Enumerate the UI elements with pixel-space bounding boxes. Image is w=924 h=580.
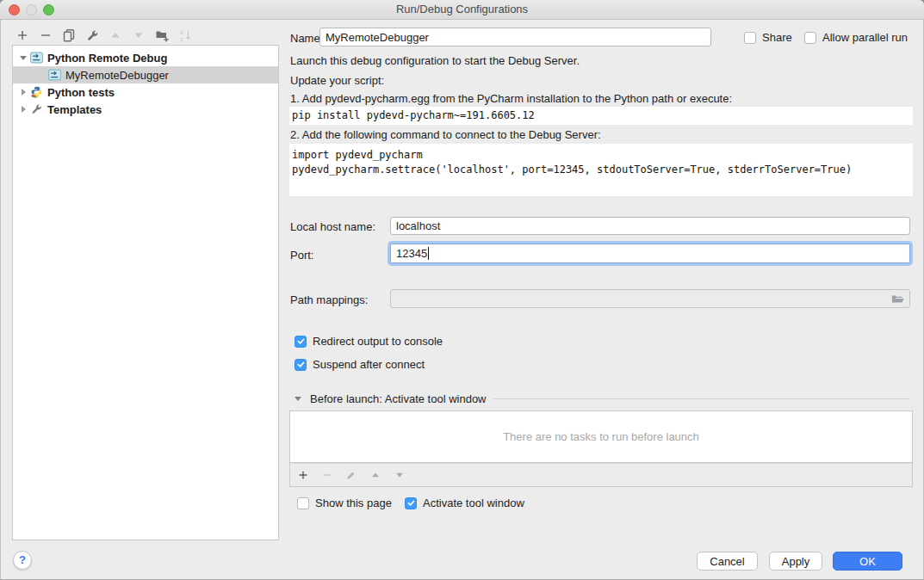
add-icon (297, 469, 309, 481)
activate-tool-window-checkbox[interactable] (405, 497, 417, 509)
copy-configuration-button[interactable] (62, 28, 76, 42)
show-this-page-checkbox-row: Show this page (297, 497, 392, 509)
before-launch-header: Before launch: Activate tool window (294, 392, 910, 405)
collapsed-twisty-icon[interactable] (19, 106, 28, 113)
description-step-1: 1. Add pydevd-pycharm.egg from the PyCha… (290, 92, 732, 105)
chevron-down-icon (132, 28, 146, 42)
chevron-up-icon (369, 469, 381, 481)
pencil-icon (345, 469, 357, 481)
tree-item-label: MyRemoteDebugger (65, 69, 169, 82)
zoom-window-button[interactable] (43, 4, 54, 15)
before-launch-twisty-icon[interactable] (294, 397, 302, 401)
show-this-page-label: Show this page (315, 497, 392, 509)
local-host-name-label: Local host name: (290, 220, 375, 233)
move-up-button (109, 28, 122, 42)
tree-item-templates[interactable]: Templates (13, 101, 278, 118)
titlebar: Run/Debug Configurations (0, 0, 924, 20)
tree-item-python-remote-debug[interactable]: Python Remote Debug (13, 49, 278, 66)
new-folder-button[interactable] (155, 28, 169, 42)
add-icon (16, 28, 29, 42)
code-line: pydevd_pycharm.settrace('localhost', por… (292, 163, 910, 177)
python-tests-icon (30, 86, 43, 98)
minimize-window-button (26, 4, 37, 15)
cancel-button[interactable]: Cancel (697, 552, 758, 571)
tree-item-label: Python tests (47, 86, 115, 99)
allow-parallel-run-label: Allow parallel run (822, 31, 908, 44)
path-mappings-input[interactable] (390, 289, 910, 308)
chevron-down-icon (394, 469, 406, 481)
before-launch-task-list[interactable]: There are no tasks to run before launch (289, 410, 913, 463)
open-folder-icon (891, 293, 905, 305)
help-button[interactable]: ? (13, 551, 32, 570)
check-icon (296, 336, 306, 346)
traffic-lights (9, 4, 54, 15)
before-launch-title: Before launch: Activate tool window (310, 392, 487, 405)
redirect-output-checkbox[interactable] (295, 336, 307, 348)
apply-button[interactable]: Apply (769, 552, 822, 571)
text-caret (428, 247, 429, 260)
configurations-tree: Python Remote Debug MyRemoteDebugger Pyt… (12, 45, 279, 540)
browse-path-mappings-button[interactable] (891, 292, 905, 305)
check-icon (406, 498, 416, 508)
allow-parallel-run-checkbox-row: Allow parallel run (804, 31, 908, 44)
new-folder-icon (155, 28, 169, 42)
share-checkbox-row: Share (744, 31, 792, 44)
header-separator (493, 398, 910, 399)
check-icon (296, 360, 306, 369)
tree-item-myremotedebugger[interactable]: MyRemoteDebugger (13, 66, 278, 83)
close-window-button[interactable] (9, 4, 20, 15)
settrace-code-block: import pydevd_pycharmpydevd_pycharm.sett… (289, 144, 913, 196)
sort-configurations-button: az (178, 28, 192, 42)
remove-icon (39, 28, 53, 42)
path-mappings-label: Path mappings: (290, 293, 368, 306)
remove-icon (321, 469, 333, 481)
redirect-output-checkbox-row: Redirect output to console (295, 335, 443, 348)
port-value: 12345 (396, 247, 427, 260)
share-checkbox[interactable] (744, 32, 756, 44)
suspend-after-connect-label: Suspend after connect (313, 358, 425, 371)
name-label: Name: (290, 32, 323, 45)
suspend-after-connect-checkbox-row: Suspend after connect (295, 358, 425, 371)
pip-install-code-block: pip install pydevd-pycharm~=191.6605.12 (289, 107, 913, 125)
move-down-button (132, 28, 146, 42)
svg-text:z: z (180, 36, 183, 42)
remove-task-button (321, 469, 333, 481)
remove-configuration-button[interactable] (39, 28, 53, 42)
svg-text:a: a (180, 29, 183, 35)
window-title: Run/Debug Configurations (0, 0, 924, 19)
port-input[interactable]: 12345 (390, 244, 910, 263)
activate-tool-window-label: Activate tool window (423, 497, 524, 509)
tree-item-label: Python Remote Debug (47, 52, 167, 65)
move-task-down-button (394, 469, 406, 481)
show-this-page-checkbox[interactable] (297, 497, 309, 509)
activate-tool-window-checkbox-row: Activate tool window (405, 497, 524, 509)
description-step-2: 2. Add the following command to connect … (290, 128, 601, 141)
port-label: Port: (290, 249, 313, 262)
tree-item-label: Templates (47, 103, 102, 116)
edit-templates-button[interactable] (85, 28, 99, 42)
ok-button[interactable]: OK (833, 552, 902, 571)
remote-debug-config-icon (48, 69, 61, 81)
name-input[interactable] (319, 28, 711, 46)
tree-item-python-tests[interactable]: Python tests (13, 83, 278, 101)
allow-parallel-run-checkbox[interactable] (804, 32, 816, 44)
add-configuration-button[interactable] (16, 28, 29, 42)
wrench-icon (86, 29, 99, 42)
collapsed-twisty-icon[interactable] (19, 89, 28, 96)
edit-task-button (345, 469, 357, 481)
before-launch-toolbar (289, 463, 913, 487)
suspend-after-connect-checkbox[interactable] (295, 359, 307, 371)
chevron-up-icon (109, 28, 122, 42)
add-task-button[interactable] (297, 469, 309, 481)
run-debug-configurations-dialog: Run/Debug Configurations az (0, 0, 924, 580)
local-host-name-input[interactable] (390, 217, 910, 235)
remote-debug-config-icon (30, 52, 43, 64)
share-label: Share (762, 31, 792, 44)
empty-task-list-text: There are no tasks to run before launch (503, 430, 699, 443)
expanded-twisty-icon[interactable] (19, 56, 28, 60)
configurations-toolbar: az (16, 27, 192, 44)
move-task-up-button (369, 469, 381, 481)
description-line-1: Launch this debug configuration to start… (290, 54, 580, 67)
sort-alpha-icon: az (178, 28, 192, 42)
code-line: import pydevd_pycharm (292, 148, 910, 163)
